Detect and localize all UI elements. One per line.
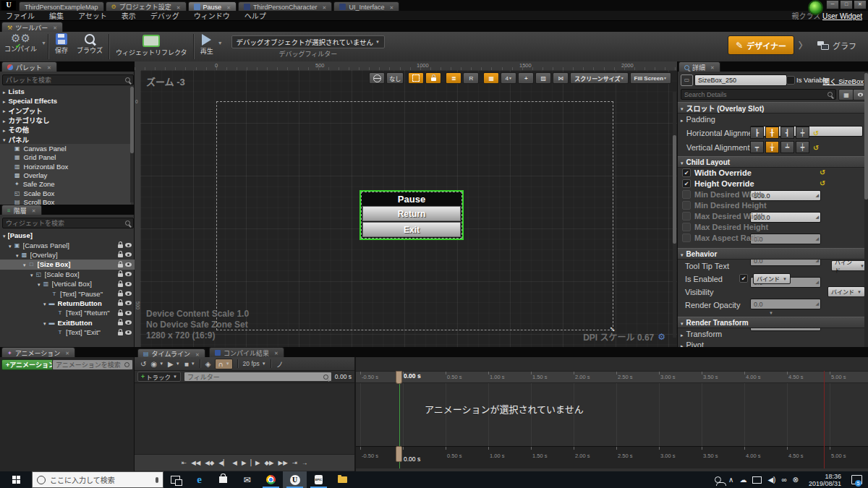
hierarchy-row-text-return[interactable]: T[Text] "Return" bbox=[0, 308, 135, 317]
tab-animation[interactable]: ✦アニメーション bbox=[1, 347, 75, 358]
slot-section-header[interactable]: スロット (Overlay Slot) bbox=[678, 102, 868, 114]
taskbar-store[interactable] bbox=[211, 471, 235, 488]
palette-item-safe-zone[interactable]: ✦Safe Zone bbox=[0, 180, 131, 189]
reset-to-default-button[interactable] bbox=[813, 129, 819, 137]
is-enabled-bind-button[interactable]: バインド bbox=[753, 273, 791, 284]
outline-toggle-button[interactable] bbox=[408, 72, 424, 84]
canvas-scrollbar[interactable] bbox=[673, 92, 676, 338]
play-options-caret[interactable]: ▼ bbox=[218, 40, 223, 46]
close-icon[interactable] bbox=[224, 4, 231, 11]
child-layout-header[interactable]: Child Layout bbox=[678, 156, 868, 168]
menu-view[interactable]: 表示 bbox=[122, 10, 136, 21]
curve-mode-button[interactable]: ∩ bbox=[215, 359, 232, 369]
visibility-eye-icon[interactable] bbox=[125, 272, 132, 276]
visibility-eye-icon[interactable] bbox=[125, 291, 132, 296]
visibility-eye-icon[interactable] bbox=[125, 311, 132, 315]
debug-object-dropdown[interactable]: デバッグオブジェクトが選択されていません bbox=[231, 35, 385, 48]
flags-dropdown[interactable]: なし bbox=[386, 72, 404, 84]
close-icon[interactable] bbox=[174, 4, 181, 11]
tab-details[interactable]: 詳細 bbox=[678, 61, 720, 72]
lock-icon[interactable] bbox=[118, 332, 123, 335]
link-icon[interactable]: ∞ bbox=[781, 476, 786, 484]
palette-item-grid-panel[interactable]: ▦Grid Panel bbox=[0, 153, 131, 162]
close-button[interactable]: ✕ bbox=[854, 0, 867, 9]
palette-category-panel[interactable]: パネル bbox=[0, 134, 131, 144]
widget-reflector-button[interactable]: ウィジェットリフレクタ bbox=[111, 32, 192, 57]
visibility-eye-icon[interactable] bbox=[125, 320, 132, 325]
close-icon[interactable] bbox=[193, 351, 200, 358]
loop-mode-button[interactable]: → bbox=[302, 459, 308, 466]
menu-debug[interactable]: デバッグ bbox=[150, 10, 179, 21]
details-scrollbar[interactable] bbox=[864, 72, 868, 347]
add-animation-button[interactable]: +アニメーション bbox=[1, 359, 59, 370]
undo-icon[interactable]: ↺ bbox=[140, 360, 146, 368]
keyframe-icon[interactable]: ◈ bbox=[205, 360, 211, 368]
close-icon[interactable] bbox=[51, 24, 57, 31]
hierarchy-row-vertical-box[interactable]: ▥[Vertical Box] bbox=[0, 279, 135, 288]
grid-snap-button[interactable]: ▦ bbox=[483, 72, 499, 84]
preview-background-button[interactable]: ▨ bbox=[535, 72, 551, 84]
palette-category-input[interactable]: インプット bbox=[0, 106, 131, 115]
is-enabled-checkbox[interactable] bbox=[739, 274, 748, 283]
compile-button[interactable]: ⚙⚙✔ コンパイル bbox=[0, 32, 41, 53]
tab-toolbar[interactable]: ⚒ツールバー bbox=[1, 22, 63, 33]
h-align-left-button[interactable]: ┣ bbox=[750, 127, 764, 139]
dpi-gear-icon[interactable]: ⚙ bbox=[658, 332, 665, 342]
widget-name-input[interactable]: SizeBox_250 bbox=[694, 74, 787, 86]
palette-scrollbar[interactable] bbox=[130, 87, 134, 202]
jump-to-end-button[interactable]: ▶▶ bbox=[278, 459, 288, 466]
play-reverse-button[interactable]: ◀ bbox=[232, 459, 237, 466]
hierarchy-row-return-button[interactable]: ▬ReturnButton bbox=[0, 299, 135, 308]
close-icon[interactable] bbox=[708, 64, 715, 71]
flip-preview-button[interactable]: ⋈ bbox=[553, 72, 569, 84]
range-playhead-handle[interactable] bbox=[396, 446, 402, 462]
palette-item-canvas-panel[interactable]: ▣Canvas Panel bbox=[0, 144, 131, 153]
minimize-button[interactable]: ─ bbox=[826, 0, 839, 9]
start-button[interactable] bbox=[0, 471, 32, 488]
max-desired-height-checkbox[interactable] bbox=[682, 223, 691, 231]
network-icon[interactable] bbox=[752, 476, 762, 484]
palette-category-lists[interactable]: Lists bbox=[0, 87, 131, 96]
max-desired-width-checkbox[interactable] bbox=[682, 212, 691, 221]
to-end-button[interactable]: ⇥ bbox=[292, 459, 297, 466]
close-icon[interactable] bbox=[63, 349, 69, 356]
pivot-expander[interactable] bbox=[681, 341, 684, 347]
designer-mode-button[interactable]: ✎ デザイナー bbox=[728, 35, 794, 55]
task-view-button[interactable] bbox=[163, 471, 187, 488]
fps-dropdown[interactable]: 20 fps bbox=[243, 360, 266, 367]
menu-asset[interactable]: アセット bbox=[78, 10, 107, 21]
notification-icon[interactable]: 5 bbox=[851, 475, 862, 484]
volume-icon[interactable]: ◀) bbox=[767, 476, 775, 484]
lock-icon[interactable] bbox=[118, 264, 123, 267]
designer-canvas[interactable]: ズーム -3 なし ≣ R ▦ 4▼ + ▨ ⋈ スクリーンサイズ▼ Fill … bbox=[140, 70, 677, 347]
taskbar-mail[interactable]: ✉ bbox=[235, 471, 259, 488]
hierarchy-row-exit-button[interactable]: ▬ExitButton bbox=[0, 318, 135, 328]
taskbar-epic[interactable]: EPIC bbox=[307, 471, 331, 488]
max-aspect-ratio-checkbox[interactable] bbox=[682, 234, 691, 242]
respect-locks-button[interactable]: ≣ bbox=[446, 72, 461, 84]
dismiss-icon[interactable]: ⊗ bbox=[793, 476, 799, 484]
min-desired-width-checkbox[interactable] bbox=[682, 190, 691, 199]
v-align-top-button[interactable]: ┯ bbox=[750, 141, 764, 153]
tray-chevron-icon[interactable]: ∧ bbox=[728, 476, 733, 484]
tab-hierarchy[interactable]: ≡階層 bbox=[1, 205, 42, 215]
visibility-bind-button[interactable]: バインド bbox=[827, 286, 865, 297]
tab-ui-interface[interactable]: UI_Interface bbox=[333, 1, 399, 12]
h-align-right-button[interactable]: ┫ bbox=[780, 127, 794, 139]
people-icon[interactable] bbox=[715, 476, 721, 483]
lock-icon[interactable] bbox=[118, 293, 123, 296]
reset-to-default-button[interactable] bbox=[820, 168, 825, 176]
transform-mode-button[interactable]: + bbox=[518, 72, 534, 84]
h-align-center-button[interactable]: ╂ bbox=[765, 127, 779, 139]
step-forward-button[interactable]: ▏▶ bbox=[250, 459, 260, 466]
height-override-checkbox[interactable] bbox=[682, 179, 691, 188]
close-icon[interactable] bbox=[387, 4, 393, 11]
timeline-range-bar[interactable]: -0.50 s 0.00 s 0.50 s 1.00 s 1.50 s 2.00… bbox=[356, 446, 868, 468]
pause-widget-selection[interactable]: Pause Return Exit bbox=[359, 190, 464, 240]
taskbar-edge[interactable]: e bbox=[187, 471, 211, 488]
parent-class-link[interactable]: User Widget bbox=[822, 12, 862, 20]
transform-expander[interactable] bbox=[681, 330, 684, 338]
add-track-button[interactable]: +トラック bbox=[137, 372, 181, 382]
playhead-handle[interactable] bbox=[396, 371, 402, 384]
palette-category-other[interactable]: その他 bbox=[0, 125, 131, 134]
